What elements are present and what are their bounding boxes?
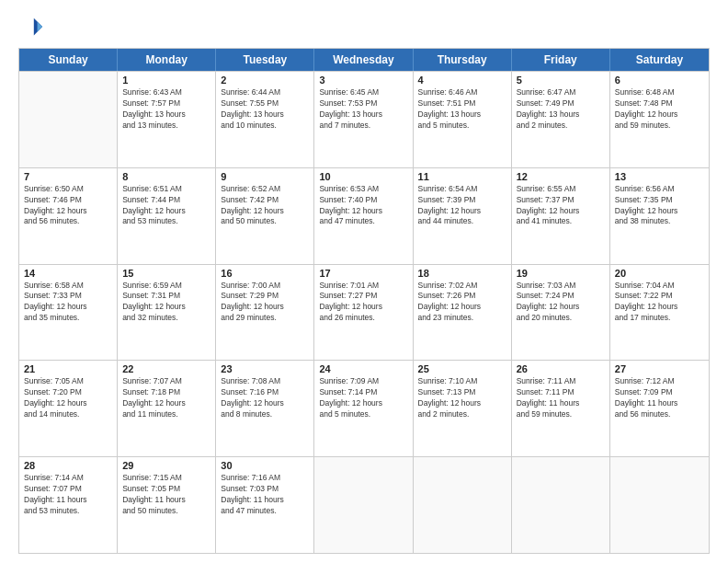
cell-info: Sunrise: 7:03 AMSunset: 7:24 PMDaylight:… — [517, 281, 605, 325]
day-number: 23 — [221, 363, 309, 374]
cell-info: Sunrise: 6:51 AMSunset: 7:44 PMDaylight:… — [122, 184, 210, 228]
day-cell-14: 14Sunrise: 6:58 AMSunset: 7:33 PMDayligh… — [19, 265, 118, 361]
cell-info: Sunrise: 7:02 AMSunset: 7:26 PMDaylight:… — [418, 281, 506, 325]
day-number: 19 — [517, 268, 605, 279]
header-day-sunday: Sunday — [19, 49, 118, 71]
day-number: 25 — [418, 363, 506, 374]
day-cell-10: 10Sunrise: 6:53 AMSunset: 7:40 PMDayligh… — [314, 168, 413, 264]
day-number: 18 — [418, 268, 506, 279]
cell-info: Sunrise: 6:45 AMSunset: 7:53 PMDaylight:… — [319, 87, 407, 132]
svg-marker-1 — [38, 21, 43, 31]
cell-info: Sunrise: 7:07 AMSunset: 7:18 PMDaylight:… — [122, 376, 210, 420]
empty-cell-0-0 — [19, 72, 118, 167]
calendar-row-3: 21Sunrise: 7:05 AMSunset: 7:20 PMDayligh… — [19, 360, 709, 456]
cell-info: Sunrise: 6:44 AMSunset: 7:55 PMDaylight:… — [221, 87, 309, 132]
cell-info: Sunrise: 6:58 AMSunset: 7:33 PMDaylight:… — [24, 281, 112, 325]
day-number: 12 — [517, 171, 605, 182]
day-number: 2 — [221, 75, 309, 86]
day-number: 27 — [615, 363, 704, 374]
day-number: 15 — [122, 268, 210, 279]
day-cell-8: 8Sunrise: 6:51 AMSunset: 7:44 PMDaylight… — [118, 168, 216, 264]
day-cell-22: 22Sunrise: 7:07 AMSunset: 7:18 PMDayligh… — [118, 361, 216, 456]
day-number: 1 — [122, 75, 210, 86]
day-number: 11 — [418, 171, 506, 182]
cell-info: Sunrise: 7:09 AMSunset: 7:14 PMDaylight:… — [319, 376, 407, 420]
day-cell-23: 23Sunrise: 7:08 AMSunset: 7:16 PMDayligh… — [216, 361, 314, 456]
day-number: 3 — [319, 75, 407, 86]
header-day-tuesday: Tuesday — [216, 49, 314, 71]
calendar-header: SundayMondayTuesdayWednesdayThursdayFrid… — [19, 49, 709, 71]
header-day-monday: Monday — [118, 49, 216, 71]
cell-info: Sunrise: 7:12 AMSunset: 7:09 PMDaylight:… — [615, 376, 704, 420]
day-number: 29 — [122, 460, 210, 471]
day-cell-13: 13Sunrise: 6:56 AMSunset: 7:35 PMDayligh… — [610, 168, 709, 264]
cell-info: Sunrise: 6:48 AMSunset: 7:48 PMDaylight:… — [615, 87, 704, 132]
day-cell-7: 7Sunrise: 6:50 AMSunset: 7:46 PMDaylight… — [19, 168, 118, 264]
day-number: 6 — [615, 75, 704, 86]
cell-info: Sunrise: 6:52 AMSunset: 7:42 PMDaylight:… — [221, 184, 309, 228]
day-cell-4: 4Sunrise: 6:46 AMSunset: 7:51 PMDaylight… — [414, 72, 512, 167]
day-number: 20 — [615, 268, 704, 279]
day-cell-26: 26Sunrise: 7:11 AMSunset: 7:11 PMDayligh… — [512, 361, 610, 456]
day-number: 22 — [122, 363, 210, 374]
calendar-row-2: 14Sunrise: 6:58 AMSunset: 7:33 PMDayligh… — [19, 264, 709, 361]
calendar-body: 1Sunrise: 6:43 AMSunset: 7:57 PMDaylight… — [19, 71, 709, 553]
cell-info: Sunrise: 7:00 AMSunset: 7:29 PMDaylight:… — [221, 281, 309, 325]
day-cell-1: 1Sunrise: 6:43 AMSunset: 7:57 PMDaylight… — [118, 72, 216, 167]
day-cell-27: 27Sunrise: 7:12 AMSunset: 7:09 PMDayligh… — [610, 361, 709, 456]
empty-cell-4-6 — [610, 457, 709, 553]
calendar-row-0: 1Sunrise: 6:43 AMSunset: 7:57 PMDaylight… — [19, 71, 709, 167]
header-day-saturday: Saturday — [610, 49, 709, 71]
cell-info: Sunrise: 6:53 AMSunset: 7:40 PMDaylight:… — [319, 184, 407, 228]
day-cell-28: 28Sunrise: 7:14 AMSunset: 7:07 PMDayligh… — [19, 457, 118, 553]
day-cell-25: 25Sunrise: 7:10 AMSunset: 7:13 PMDayligh… — [414, 361, 512, 456]
day-cell-2: 2Sunrise: 6:44 AMSunset: 7:55 PMDaylight… — [216, 72, 314, 167]
cell-info: Sunrise: 7:05 AMSunset: 7:20 PMDaylight:… — [24, 376, 112, 420]
day-number: 4 — [418, 75, 506, 86]
day-cell-9: 9Sunrise: 6:52 AMSunset: 7:42 PMDaylight… — [216, 168, 314, 264]
day-number: 7 — [24, 171, 112, 182]
calendar: SundayMondayTuesdayWednesdayThursdayFrid… — [18, 48, 710, 554]
calendar-row-1: 7Sunrise: 6:50 AMSunset: 7:46 PMDaylight… — [19, 167, 709, 264]
day-number: 13 — [615, 171, 704, 182]
cell-info: Sunrise: 6:59 AMSunset: 7:31 PMDaylight:… — [122, 281, 210, 325]
cell-info: Sunrise: 7:10 AMSunset: 7:13 PMDaylight:… — [418, 376, 506, 420]
day-number: 26 — [517, 363, 605, 374]
day-number: 9 — [221, 171, 309, 182]
cell-info: Sunrise: 7:14 AMSunset: 7:07 PMDaylight:… — [24, 473, 112, 517]
day-cell-24: 24Sunrise: 7:09 AMSunset: 7:14 PMDayligh… — [314, 361, 413, 456]
header-day-thursday: Thursday — [414, 49, 512, 71]
calendar-row-4: 28Sunrise: 7:14 AMSunset: 7:07 PMDayligh… — [19, 456, 709, 553]
day-cell-6: 6Sunrise: 6:48 AMSunset: 7:48 PMDaylight… — [610, 72, 709, 167]
day-number: 28 — [24, 460, 112, 471]
empty-cell-4-3 — [314, 457, 413, 553]
cell-info: Sunrise: 6:55 AMSunset: 7:37 PMDaylight:… — [517, 184, 605, 228]
day-number: 14 — [24, 268, 112, 279]
page: SundayMondayTuesdayWednesdayThursdayFrid… — [0, 0, 728, 563]
header-day-wednesday: Wednesday — [314, 49, 413, 71]
day-cell-29: 29Sunrise: 7:15 AMSunset: 7:05 PMDayligh… — [118, 457, 216, 553]
cell-info: Sunrise: 7:04 AMSunset: 7:22 PMDaylight:… — [615, 281, 704, 325]
cell-info: Sunrise: 6:50 AMSunset: 7:46 PMDaylight:… — [24, 184, 112, 228]
header-day-friday: Friday — [512, 49, 610, 71]
cell-info: Sunrise: 6:46 AMSunset: 7:51 PMDaylight:… — [418, 87, 506, 132]
logo — [18, 15, 48, 40]
day-number: 30 — [221, 460, 309, 471]
day-cell-11: 11Sunrise: 6:54 AMSunset: 7:39 PMDayligh… — [414, 168, 512, 264]
logo-icon — [18, 15, 44, 40]
day-cell-16: 16Sunrise: 7:00 AMSunset: 7:29 PMDayligh… — [216, 265, 314, 361]
cell-info: Sunrise: 7:15 AMSunset: 7:05 PMDaylight:… — [122, 473, 210, 517]
day-cell-20: 20Sunrise: 7:04 AMSunset: 7:22 PMDayligh… — [610, 265, 709, 361]
day-cell-5: 5Sunrise: 6:47 AMSunset: 7:49 PMDaylight… — [512, 72, 610, 167]
day-number: 24 — [319, 363, 407, 374]
cell-info: Sunrise: 7:11 AMSunset: 7:11 PMDaylight:… — [517, 376, 605, 420]
day-number: 21 — [24, 363, 112, 374]
cell-info: Sunrise: 7:16 AMSunset: 7:03 PMDaylight:… — [221, 473, 309, 517]
empty-cell-4-4 — [414, 457, 512, 553]
day-cell-17: 17Sunrise: 7:01 AMSunset: 7:27 PMDayligh… — [314, 265, 413, 361]
header — [18, 15, 710, 40]
day-number: 8 — [122, 171, 210, 182]
cell-info: Sunrise: 6:47 AMSunset: 7:49 PMDaylight:… — [517, 87, 605, 132]
day-number: 5 — [517, 75, 605, 86]
day-cell-12: 12Sunrise: 6:55 AMSunset: 7:37 PMDayligh… — [512, 168, 610, 264]
